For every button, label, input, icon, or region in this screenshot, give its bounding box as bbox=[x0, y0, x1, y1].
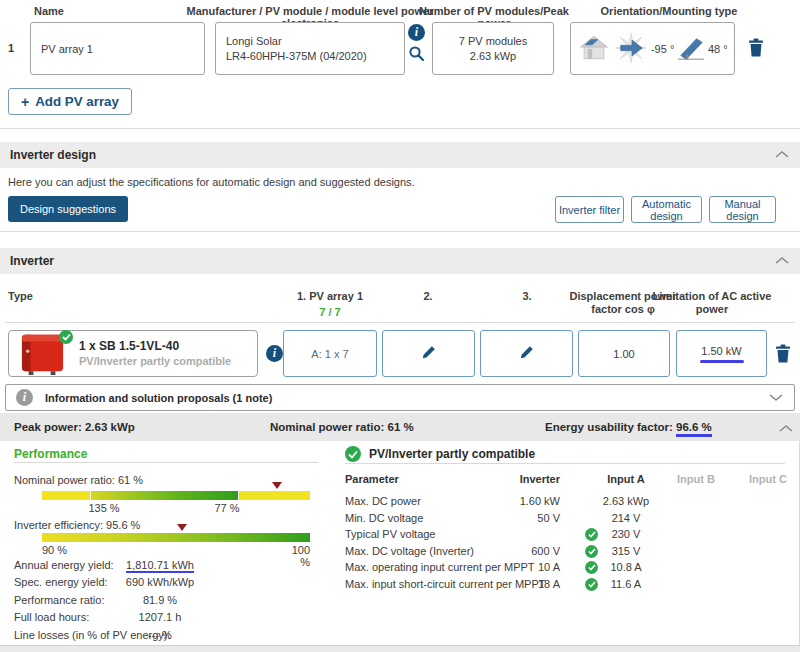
module-search-icon[interactable] bbox=[408, 45, 425, 64]
nominal-power-ratio-summary: Nominal power ratio: 61 % bbox=[270, 421, 414, 433]
inverter-design-description: Here you can adjust the specifications f… bbox=[8, 176, 415, 188]
inverter-header[interactable]: Inverter bbox=[0, 248, 800, 274]
efficiency-min-label: 90 % bbox=[42, 544, 67, 556]
collapse-chevron-up-icon[interactable] bbox=[774, 255, 790, 267]
inverter-title: Inverter bbox=[10, 254, 54, 268]
information-proposals-bar[interactable]: i Information and solution proposals (1 … bbox=[5, 384, 795, 411]
input2-edit-box[interactable] bbox=[382, 330, 475, 377]
inverter-section: Inverter Type 1. PV array 1 7 / 7 2. 3. … bbox=[0, 242, 800, 413]
performance-title: Performance bbox=[14, 447, 87, 461]
table-row: Max. operating input current per MPPT 10… bbox=[345, 561, 785, 575]
row-index: 1 bbox=[8, 42, 14, 54]
table-row: Min. DC voltage 50 V 214 V bbox=[345, 512, 785, 526]
tilt-value: 48 ° bbox=[708, 43, 728, 55]
input-c-header: Input C bbox=[738, 473, 798, 485]
ac-limit-box[interactable]: 1.50 kW bbox=[676, 330, 767, 377]
details-panel: Performance Nominal power ratio: 61 % 13… bbox=[0, 441, 800, 645]
pencil-icon bbox=[421, 345, 436, 362]
add-pv-array-label: Add PV array bbox=[35, 94, 119, 109]
array-name-input[interactable]: PV array 1 bbox=[30, 22, 205, 75]
pv-design-page: Name Manufacturer / PV module / module l… bbox=[0, 0, 800, 652]
module-model: LR4-60HPH-375M (04/2020) bbox=[226, 49, 404, 64]
array-name-value: PV array 1 bbox=[41, 43, 93, 55]
energy-usability-value: 96.6 % bbox=[676, 421, 712, 437]
table-row: Max. DC voltage (Inverter) 600 V 315 V bbox=[345, 545, 785, 559]
compatibility-header-row: Parameter Inverter Input A Input B Input… bbox=[345, 473, 785, 487]
manufacturer-name: Longi Solar bbox=[226, 34, 404, 49]
compatibility-title: PV/Inverter partly compatible bbox=[369, 447, 535, 461]
array-a-config-box[interactable]: A: 1 x 7 bbox=[283, 330, 377, 377]
ac-limit-value: 1.50 kW bbox=[701, 345, 741, 357]
information-proposals-label: Information and solution proposals (1 no… bbox=[45, 392, 272, 404]
module-select-field[interactable]: Longi Solar LR4-60HPH-375M (04/2020) bbox=[215, 22, 405, 75]
npr-tick-77: 77 % bbox=[214, 502, 239, 514]
peak-power-summary: Peak power: 2.63 kWp bbox=[14, 421, 135, 433]
collapse-chevron-up-icon[interactable] bbox=[774, 149, 790, 161]
inverter-status: PV/Inverter partly compatible bbox=[79, 354, 231, 369]
array1-module-count: 7 / 7 bbox=[270, 306, 390, 318]
inverter-device-image bbox=[17, 332, 69, 376]
peak-power: 2.63 kWp bbox=[433, 49, 553, 64]
inverter-design-header[interactable]: Inverter design bbox=[0, 142, 800, 168]
inverter-model: 1 x SB 1.5-1VL-40 bbox=[79, 339, 231, 354]
energy-usability-summary: Energy usability factor: 96.6 % bbox=[545, 421, 712, 433]
inverter-ok-badge-icon bbox=[59, 330, 73, 344]
annual-energy-yield-value: 1,810.71 kWh bbox=[126, 559, 194, 573]
automatic-design-button[interactable]: Automatic design bbox=[631, 196, 702, 223]
column-header-ac-limit: Limitation of AC active power bbox=[652, 290, 772, 316]
next-section-strip bbox=[0, 645, 800, 652]
npr-gauge-marker bbox=[272, 482, 282, 489]
npr-tick-135: 135 % bbox=[88, 502, 119, 514]
expand-chevron-down-icon[interactable] bbox=[768, 392, 784, 404]
changed-value-underline bbox=[700, 360, 744, 363]
table-row: Max. DC power 1.60 kW 2.63 kWp bbox=[345, 495, 785, 509]
npr-gauge-label: Nominal power ratio: 61 % bbox=[14, 474, 143, 486]
column-header-type: Type bbox=[8, 290, 33, 302]
azimuth-compass-icon bbox=[612, 32, 650, 66]
efficiency-max-label: 100 % bbox=[282, 544, 310, 568]
note-info-icon: i bbox=[16, 389, 33, 406]
roof-mounting-icon bbox=[577, 33, 611, 65]
plus-icon: + bbox=[21, 94, 29, 110]
manual-design-button[interactable]: Manual design bbox=[709, 196, 776, 223]
modules-peak-power-field[interactable]: 7 PV modules 2.63 kWp bbox=[432, 22, 554, 75]
pencil-icon bbox=[519, 345, 534, 362]
inverter-info-icon[interactable]: i bbox=[266, 345, 283, 362]
module-info-icon[interactable]: i bbox=[408, 24, 425, 41]
inverter-filter-button[interactable]: Inverter filter bbox=[555, 196, 624, 223]
table-row: Max. input short-circuit current per MPP… bbox=[345, 578, 785, 592]
delete-inverter-icon[interactable] bbox=[775, 344, 791, 365]
inverter-type-box[interactable]: 1 x SB 1.5-1VL-40 PV/Inverter partly com… bbox=[8, 330, 258, 377]
compatibility-title-row: PV/Inverter partly compatible bbox=[345, 446, 535, 462]
column-header-orientation: Orientation/Mounting type bbox=[589, 5, 749, 17]
npr-gauge-bar bbox=[42, 491, 310, 500]
collapse-chevron-up-icon[interactable] bbox=[778, 423, 794, 435]
pv-array-section: Name Manufacturer / PV module / module l… bbox=[0, 0, 800, 130]
input-b-header: Input B bbox=[666, 473, 726, 485]
efficiency-gauge-bar bbox=[42, 533, 310, 542]
design-suggestions-button[interactable]: Design suggestions bbox=[8, 196, 128, 222]
module-count: 7 PV modules bbox=[433, 34, 553, 49]
add-pv-array-button[interactable]: + Add PV array bbox=[8, 88, 132, 115]
compatibility-check-icon bbox=[345, 446, 361, 462]
results-summary-bar: Peak power: 2.63 kWp Nominal power ratio… bbox=[0, 413, 800, 441]
tilt-panel-icon bbox=[675, 34, 707, 64]
cos-phi-box[interactable]: 1.00 bbox=[578, 330, 670, 377]
efficiency-gauge-marker bbox=[177, 524, 187, 531]
input3-edit-box[interactable] bbox=[480, 330, 573, 377]
efficiency-gauge-label: Inverter efficiency: 95.6 % bbox=[14, 519, 140, 531]
array-a-config-value: A: 1 x 7 bbox=[311, 348, 348, 360]
column-header-name: Name bbox=[34, 5, 64, 17]
azimuth-value: -95 ° bbox=[651, 43, 674, 55]
inverter-design-section: Inverter design Here you can adjust the … bbox=[0, 130, 800, 242]
delete-array-icon[interactable] bbox=[748, 38, 764, 59]
inverter-design-title: Inverter design bbox=[10, 148, 96, 162]
cos-phi-value: 1.00 bbox=[613, 348, 634, 360]
orientation-field[interactable]: -95 ° 48 ° bbox=[570, 22, 735, 75]
table-row: Typical PV voltage 230 V bbox=[345, 528, 785, 542]
